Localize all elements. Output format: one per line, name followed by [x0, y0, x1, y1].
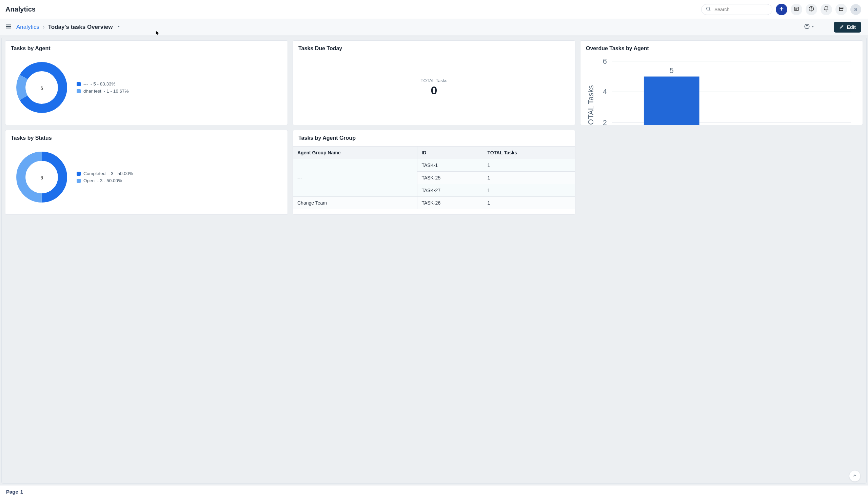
edit-button[interactable]: Edit	[834, 22, 861, 32]
breadcrumb-root-link[interactable]: Analytics	[16, 24, 39, 30]
kpi: TOTAL Tasks 0	[298, 55, 570, 120]
svg-text:2: 2	[603, 118, 607, 125]
cell-id: TASK-27	[417, 184, 483, 197]
svg-text:6: 6	[40, 175, 43, 181]
apps-marketplace-button[interactable]	[836, 4, 847, 15]
panel-title: Overdue Tasks by Agent	[586, 45, 857, 52]
scroll-to-top-button[interactable]	[849, 470, 860, 482]
help-button[interactable]	[806, 4, 817, 15]
present-button[interactable]	[821, 24, 828, 30]
info-button[interactable]	[778, 24, 785, 30]
donut-chart: 6 --- - 5 - 83.33% dhar test - 1 - 16.67…	[11, 55, 282, 120]
panel-title: Tasks by Agent	[11, 45, 282, 52]
legend-item[interactable]: --- - 5 - 83.33%	[77, 81, 129, 87]
svg-text:6: 6	[40, 86, 43, 91]
ticket-list-icon	[793, 6, 800, 13]
legend-item[interactable]: dhar test - 1 - 16.67%	[77, 89, 129, 94]
plus-icon	[778, 6, 785, 13]
page-number: 1	[21, 489, 23, 495]
share-user-button[interactable]	[791, 24, 798, 30]
panel-tasks-by-status[interactable]: Tasks by Status 6 Completed - 3 - 50.00%…	[5, 130, 288, 215]
panel-tasks-by-agent-group[interactable]: Tasks by Agent Group Agent Group Name ID…	[293, 130, 575, 215]
bell-icon	[823, 6, 829, 13]
search-icon	[706, 6, 711, 13]
kpi-value: 0	[431, 84, 437, 97]
donut-chart: 6 Completed - 3 - 50.00% Open - 3 - 50.0…	[11, 145, 282, 210]
legend-label: dhar test - 1 - 16.67%	[83, 89, 129, 94]
sidebar-toggle[interactable]	[5, 23, 12, 31]
legend-item[interactable]: Completed - 3 - 50.00%	[77, 171, 133, 176]
panel-tasks-by-agent[interactable]: Tasks by Agent 6 --- - 5 - 83.33% dhar t…	[5, 40, 288, 125]
page-footer: Page 1	[0, 485, 868, 498]
edit-button-label: Edit	[847, 24, 856, 30]
breadcrumb-dropdown[interactable]	[116, 24, 121, 30]
ticket-list-button[interactable]	[791, 4, 802, 15]
pencil-icon	[839, 24, 844, 30]
app-header: Analytics S	[0, 0, 868, 19]
cell-total: 1	[483, 172, 575, 184]
panel-title: Tasks Due Today	[298, 45, 570, 52]
table-row[interactable]: --- TASK-1 1	[293, 159, 575, 172]
breadcrumb: Analytics › Today's tasks Overview	[16, 24, 121, 30]
breadcrumb-current: Today's tasks Overview	[48, 24, 113, 30]
user-avatar[interactable]: S	[850, 4, 861, 15]
storefront-icon	[838, 6, 844, 13]
create-button[interactable]	[776, 4, 787, 15]
panel-overdue-by-agent[interactable]: Overdue Tasks by Agent 0246TOTAL Tasks5-…	[580, 40, 863, 125]
cell-group: ---	[293, 159, 417, 197]
page-label: Page	[6, 489, 18, 495]
cell-total: 1	[483, 184, 575, 197]
cell-id: TASK-26	[417, 197, 483, 209]
svg-rect-34	[644, 77, 699, 125]
cell-group: Change Team	[293, 197, 417, 209]
legend-swatch	[77, 82, 81, 86]
svg-text:TOTAL Tasks: TOTAL Tasks	[587, 85, 595, 125]
cell-total: 1	[483, 159, 575, 172]
chevron-down-icon	[811, 24, 815, 30]
search-input-wrap[interactable]	[701, 4, 772, 15]
table-row[interactable]: Change Team TASK-26 1	[293, 197, 575, 209]
svg-line-1	[709, 10, 710, 11]
legend-label: Open - 3 - 50.00%	[83, 178, 122, 183]
col-id[interactable]: ID	[417, 146, 483, 159]
table-header-row: Agent Group Name ID TOTAL Tasks	[293, 146, 575, 159]
cell-id: TASK-1	[417, 159, 483, 172]
svg-point-0	[707, 7, 710, 10]
kpi-label: TOTAL Tasks	[420, 78, 447, 83]
legend-item[interactable]: Open - 3 - 50.00%	[77, 178, 133, 183]
panel-title: Tasks by Agent Group	[298, 135, 570, 141]
svg-text:6: 6	[603, 57, 607, 65]
notifications-button[interactable]	[820, 4, 832, 15]
legend-label: --- - 5 - 83.33%	[83, 81, 116, 87]
dashboard-canvas: Tasks by Agent 6 --- - 5 - 83.33% dhar t…	[1, 37, 867, 484]
legend-swatch	[77, 179, 81, 183]
menu-icon	[5, 26, 12, 31]
svg-text:4: 4	[603, 88, 607, 96]
app-title: Analytics	[5, 5, 36, 13]
panel-tasks-due-today[interactable]: Tasks Due Today TOTAL Tasks 0	[293, 40, 575, 125]
page-toolbar: Analytics › Today's tasks Overview Edit	[0, 19, 868, 35]
export-icon	[804, 23, 810, 30]
cell-id: TASK-25	[417, 172, 483, 184]
agent-group-table-wrap: Agent Group Name ID TOTAL Tasks --- TASK…	[293, 146, 575, 210]
chevron-up-icon	[852, 473, 857, 479]
col-agent-group-name[interactable]: Agent Group Name	[293, 146, 417, 159]
chevron-right-icon: ›	[43, 24, 45, 30]
cell-total: 1	[483, 197, 575, 209]
svg-text:5: 5	[670, 66, 674, 74]
legend-swatch	[77, 89, 81, 93]
svg-point-9	[811, 10, 811, 10]
export-dropdown[interactable]	[804, 24, 815, 30]
search-input[interactable]	[714, 6, 768, 13]
legend-label: Completed - 3 - 50.00%	[83, 171, 133, 176]
col-total-tasks[interactable]: TOTAL Tasks	[483, 146, 575, 159]
help-icon	[808, 6, 814, 13]
legend-swatch	[77, 172, 81, 176]
panel-title: Tasks by Status	[11, 135, 282, 141]
agent-group-table: Agent Group Name ID TOTAL Tasks --- TASK…	[293, 146, 575, 209]
